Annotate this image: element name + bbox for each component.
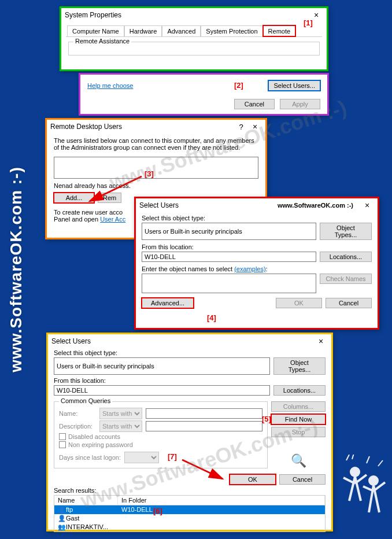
columns-button[interactable]: Columns... <box>271 401 326 412</box>
dialog-title: Select Users <box>51 337 314 345</box>
svg-point-3 <box>368 475 379 486</box>
locations-button[interactable]: Locations... <box>273 385 326 396</box>
object-types-button[interactable]: Object Types... <box>320 223 372 240</box>
desc-value-input[interactable] <box>146 421 262 431</box>
object-type-label: Select this object type: <box>142 215 372 221</box>
marker-2: [2] <box>234 81 243 90</box>
object-type-field[interactable] <box>54 357 270 375</box>
disabled-accounts-label: Disabled accounts <box>68 433 120 440</box>
object-type-label: Select this object type: <box>54 349 326 356</box>
titlebar: System Properties × <box>61 8 327 22</box>
search-results-label: Search results: <box>54 487 326 494</box>
remote-assistance-group: Remote Assistance <box>73 38 131 45</box>
marker-6: [6] <box>153 507 162 515</box>
help-icon[interactable]: ? <box>234 123 248 131</box>
results-header: Name In Folder <box>54 496 325 505</box>
from-location-field[interactable] <box>142 252 316 262</box>
close-icon[interactable]: × <box>248 122 262 131</box>
svg-line-0 <box>90 176 142 201</box>
marker-7: [7] <box>168 452 177 461</box>
object-names-input[interactable] <box>142 274 316 293</box>
marker-4: [4] <box>207 313 216 322</box>
access-note: Nenad already has access. <box>47 181 265 190</box>
name-value-input[interactable] <box>146 408 262 419</box>
select-users-advanced-dialog: Select Users × Select this object type: … <box>46 333 333 531</box>
tab-row: Computer Name Hardware Advanced System P… <box>66 24 322 37</box>
help-bar-dialog: Help me choose Select Users... Cancel Ap… <box>79 73 329 116</box>
col-name[interactable]: Name <box>54 496 118 505</box>
object-type-field[interactable] <box>142 223 316 240</box>
select-users-button[interactable]: Select Users... <box>268 80 320 91</box>
svg-point-2 <box>350 467 360 477</box>
titlebar: Remote Desktop Users ? × <box>47 120 265 134</box>
object-types-button[interactable]: Object Types... <box>273 357 326 375</box>
days-since-label: Days since last logon: <box>59 454 121 461</box>
create-note: To create new user acco <box>54 209 123 216</box>
close-icon[interactable]: × <box>360 201 374 210</box>
name-mode-dropdown[interactable]: Starts with <box>99 408 142 419</box>
titlebar: Select Users × <box>48 334 331 348</box>
user-accounts-link[interactable]: User Acc <box>100 216 125 223</box>
close-icon[interactable]: × <box>314 337 328 346</box>
decorative-figures <box>338 455 390 536</box>
non-expiring-label: Non expiring password <box>68 441 133 448</box>
create-note-2: Panel and open <box>54 216 100 223</box>
non-expiring-checkbox[interactable] <box>59 441 66 448</box>
marker-3: [3] <box>145 169 154 178</box>
marker-1: [1] <box>304 19 313 27</box>
find-now-button[interactable]: Find Now <box>271 414 326 424</box>
check-names-button[interactable]: Check Names <box>320 274 372 284</box>
tab-system-protection[interactable]: System Protection <box>201 25 262 36</box>
cancel-button[interactable]: Cancel <box>234 99 275 109</box>
from-location-label: From this location: <box>54 377 326 384</box>
dialog-title: System Properties <box>65 11 309 19</box>
help-me-choose-link[interactable]: Help me choose <box>87 82 134 89</box>
enter-names-label: Enter the object names to select <box>142 265 234 272</box>
ok-button[interactable]: OK <box>276 298 322 308</box>
disabled-accounts-checkbox[interactable] <box>59 433 66 440</box>
titlebar: Select Users www.SoftwareOK.com :-) × <box>136 198 378 212</box>
side-watermark: www.SoftwareOK.com :-) <box>7 167 25 372</box>
advanced-button[interactable]: Advanced... <box>142 298 194 308</box>
svg-line-1 <box>182 460 223 479</box>
stop-button[interactable]: Stop <box>271 427 326 437</box>
description-label: Description: <box>59 423 96 430</box>
cancel-button[interactable]: Cancel <box>326 298 372 308</box>
days-since-dropdown[interactable] <box>124 452 159 463</box>
tab-computer-name[interactable]: Computer Name <box>67 25 124 36</box>
dialog-title: Remote Desktop Users <box>50 123 234 131</box>
watermark-inline: www.SoftwareOK.com :-) <box>278 202 353 209</box>
locations-button[interactable]: Locations... <box>320 252 372 262</box>
common-queries-group: Common Queries <box>59 397 112 404</box>
description-text: The users listed below can connect to th… <box>47 134 265 154</box>
system-properties-dialog: System Properties × Computer Name Hardwa… <box>60 6 328 71</box>
result-row[interactable]: 👤 ftp W10-DELL <box>54 505 325 514</box>
select-users-dialog: Select Users www.SoftwareOK.com :-) × Se… <box>134 197 379 330</box>
result-row[interactable]: 👥 INTERAKTIV... <box>54 523 325 531</box>
cancel-button[interactable]: Cancel <box>279 474 326 485</box>
arrow-to-ok <box>179 457 237 486</box>
from-location-field[interactable] <box>54 385 270 396</box>
col-folder[interactable]: In Folder <box>118 496 325 505</box>
dialog-title: Select Users <box>139 201 278 209</box>
apply-button[interactable]: Apply <box>280 99 320 109</box>
name-label: Name: <box>59 410 96 417</box>
tab-hardware[interactable]: Hardware <box>124 25 162 36</box>
marker-5: [5] <box>262 415 271 423</box>
arrow-to-add <box>84 173 147 208</box>
result-row[interactable]: 👤 Gast <box>54 514 325 523</box>
tab-advanced[interactable]: Advanced <box>162 25 201 36</box>
desc-mode-dropdown[interactable]: Starts with <box>99 420 142 432</box>
search-icon: 🔍 <box>271 453 326 468</box>
from-location-label: From this location: <box>142 243 372 250</box>
tab-remote[interactable]: Remote <box>263 25 296 36</box>
examples-link[interactable]: (examples) <box>234 265 265 272</box>
